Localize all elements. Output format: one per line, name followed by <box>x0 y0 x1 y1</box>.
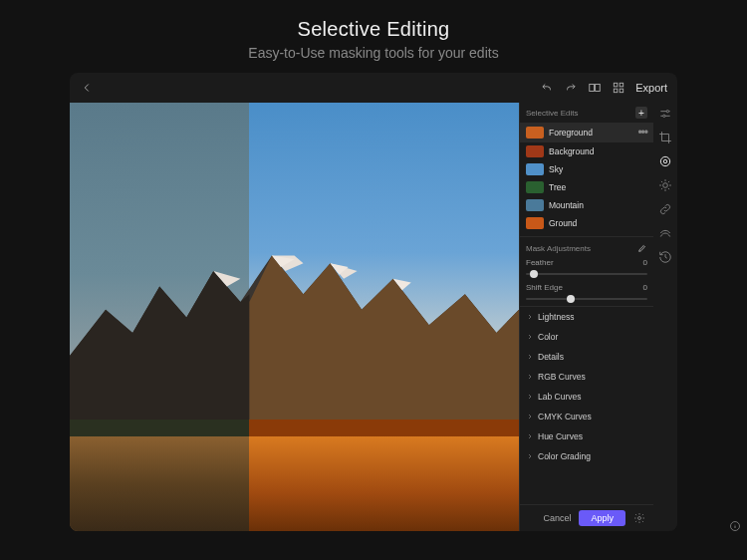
mask-adjustments-header: Mask Adjustments <box>520 236 653 256</box>
layer-thumb <box>526 199 544 211</box>
undo-button[interactable] <box>540 81 554 95</box>
apply-button[interactable]: Apply <box>579 510 625 526</box>
accordion-item[interactable]: Hue Curves <box>520 426 653 446</box>
layer-name: Tree <box>549 182 647 192</box>
layer-name: Background <box>549 146 647 156</box>
chevron-right-icon <box>526 393 534 401</box>
accordion-item[interactable]: Color <box>520 327 653 347</box>
layer-thumb <box>526 163 544 175</box>
compare-toggle-icon[interactable] <box>588 81 602 95</box>
svg-rect-5 <box>620 89 623 93</box>
back-button[interactable] <box>80 81 94 95</box>
chevron-right-icon <box>526 353 534 361</box>
chevron-right-icon <box>526 413 534 420</box>
shift-edge-slider[interactable]: Shift Edge0 <box>520 281 653 306</box>
hero: Selective Editing Easy-to-Use masking to… <box>0 0 747 73</box>
svg-rect-1 <box>596 85 601 92</box>
chevron-right-icon <box>526 452 534 460</box>
export-button[interactable]: Export <box>635 82 667 94</box>
svg-point-6 <box>638 517 641 520</box>
panel-section-title: Selective Edits <box>526 109 578 118</box>
accordion-item[interactable]: Lightness <box>520 307 653 327</box>
accordion-label: Color <box>538 332 558 342</box>
accordion-label: Color Grading <box>538 451 591 461</box>
edit-panel: Selective Edits + Foreground•••Backgroun… <box>519 103 653 531</box>
link-icon[interactable] <box>658 202 672 216</box>
layer-menu-icon[interactable]: ••• <box>637 126 647 140</box>
cancel-button[interactable]: Cancel <box>543 513 571 523</box>
svg-rect-4 <box>615 89 619 93</box>
accordion-item[interactable]: Color Grading <box>520 446 653 466</box>
accordion-label: Lightness <box>538 312 574 322</box>
layer-thumb <box>526 145 544 157</box>
layer-thumb <box>526 217 544 229</box>
layer-name: Ground <box>549 218 647 228</box>
chevron-right-icon <box>526 373 534 381</box>
layer-row[interactable]: Sky <box>520 160 653 178</box>
layer-row[interactable]: Mountain <box>520 196 653 214</box>
svg-point-11 <box>663 159 667 163</box>
selective-edit-icon[interactable] <box>658 154 672 168</box>
layer-name: Mountain <box>549 200 647 210</box>
hero-subtitle: Easy-to-Use masking tools for your edits <box>0 45 747 61</box>
svg-rect-3 <box>620 83 623 87</box>
hero-title: Selective Editing <box>0 18 747 41</box>
grid-icon[interactable] <box>612 81 625 95</box>
layer-thumb <box>526 181 544 193</box>
svg-rect-2 <box>615 83 619 87</box>
panel-section-header: Selective Edits + <box>520 103 653 123</box>
accordion-label: Details <box>538 352 564 362</box>
layer-row[interactable]: Background <box>520 142 653 160</box>
svg-point-12 <box>663 183 668 188</box>
effects-icon[interactable] <box>658 226 672 240</box>
toolbar: Export <box>70 73 677 103</box>
accordion-label: Lab Curves <box>538 392 581 402</box>
layer-row[interactable]: Foreground••• <box>520 123 653 142</box>
svg-point-8 <box>666 111 668 113</box>
accordion-item[interactable]: CMYK Curves <box>520 407 653 426</box>
chevron-right-icon <box>526 432 534 440</box>
accordion-item[interactable]: RGB Curves <box>520 367 653 387</box>
brush-icon[interactable] <box>637 243 647 253</box>
settings-icon[interactable] <box>633 512 645 524</box>
accordion-label: CMYK Curves <box>538 412 592 421</box>
layer-row[interactable]: Ground <box>520 214 653 232</box>
app-window: Export <box>70 73 677 531</box>
panel-footer: Cancel Apply <box>520 504 653 531</box>
feather-slider[interactable]: Feather0 <box>520 256 653 281</box>
add-layer-button[interactable]: + <box>635 107 647 119</box>
svg-point-10 <box>660 156 669 165</box>
accordion-label: RGB Curves <box>538 372 586 382</box>
svg-rect-0 <box>590 85 595 92</box>
chevron-right-icon <box>526 333 534 341</box>
light-icon[interactable] <box>658 178 672 192</box>
redo-button[interactable] <box>564 81 578 95</box>
accordion-item[interactable]: Lab Curves <box>520 387 653 407</box>
accordion-label: Hue Curves <box>538 431 583 441</box>
crop-icon[interactable] <box>658 131 672 144</box>
layer-name: Sky <box>549 164 647 174</box>
layer-name: Foreground <box>549 128 632 138</box>
history-icon[interactable] <box>658 250 672 264</box>
image-canvas[interactable] <box>70 103 519 531</box>
tool-strip <box>653 103 677 531</box>
svg-point-9 <box>663 115 665 117</box>
chevron-right-icon <box>526 313 534 321</box>
layer-thumb <box>526 127 544 139</box>
adjustments-icon[interactable] <box>658 107 672 121</box>
accordion-item[interactable]: Details <box>520 347 653 367</box>
layer-row[interactable]: Tree <box>520 178 653 196</box>
